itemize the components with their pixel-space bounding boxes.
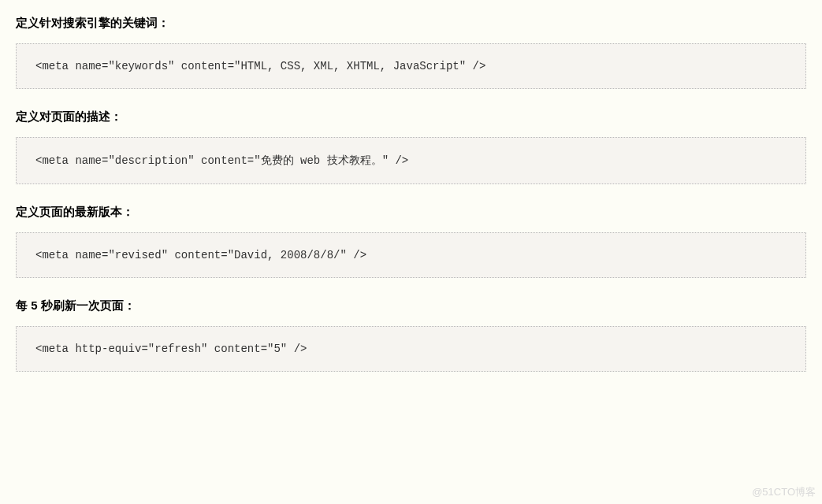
- heading-revised: 定义页面的最新版本：: [16, 205, 806, 220]
- section-refresh: 每 5 秒刷新一次页面： <meta http-equiv="refresh" …: [16, 298, 806, 372]
- heading-refresh: 每 5 秒刷新一次页面：: [16, 298, 806, 313]
- code-block-keywords: <meta name="keywords" content="HTML, CSS…: [16, 43, 806, 89]
- section-keywords: 定义针对搜索引擎的关键词： <meta name="keywords" cont…: [16, 16, 806, 89]
- heading-description: 定义对页面的描述：: [16, 109, 806, 124]
- section-description: 定义对页面的描述： <meta name="description" conte…: [16, 109, 806, 184]
- section-revised: 定义页面的最新版本： <meta name="revised" content=…: [16, 205, 806, 278]
- watermark: @51CTO博客: [752, 485, 816, 499]
- code-block-revised: <meta name="revised" content="David, 200…: [16, 232, 806, 278]
- code-block-description: <meta name="description" content="免费的 we…: [16, 137, 806, 184]
- code-block-refresh: <meta http-equiv="refresh" content="5" /…: [16, 326, 806, 372]
- heading-keywords: 定义针对搜索引擎的关键词：: [16, 16, 806, 31]
